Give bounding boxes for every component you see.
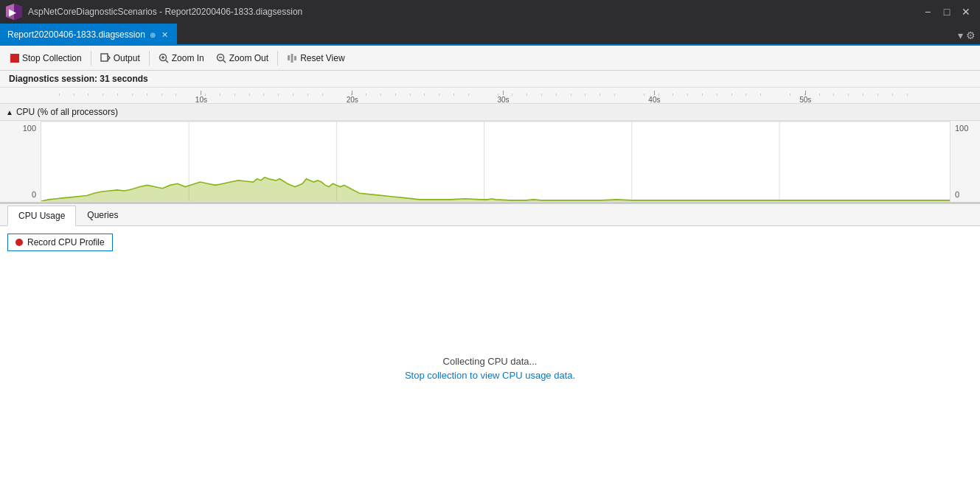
ruler-tick-20s: 20s [347, 91, 358, 104]
tab-cpu-usage-label: CPU Usage [18, 211, 65, 221]
zoom-out-label: Zoom Out [229, 53, 268, 63]
ruler-minor-tick [848, 94, 849, 96]
ruler-tick-line [352, 91, 352, 95]
stop-collection-link[interactable]: Stop collection to view CPU usage data. [405, 370, 575, 381]
collecting-text: Collecting CPU data... [443, 356, 538, 367]
tab-close-icon[interactable]: ✕ [160, 30, 170, 40]
svg-rect-15 [294, 56, 296, 60]
ruler-minor-tick [498, 94, 498, 96]
ruler-tick-40s: 40s [648, 91, 660, 104]
record-dot-icon [15, 239, 23, 246]
ruler-minor-tick [395, 94, 396, 96]
cpu-chart-svg [41, 122, 950, 201]
ruler-minor-tick [892, 94, 893, 96]
settings-button[interactable]: ⚙ [966, 29, 976, 41]
vs-logo-icon: ▶ [6, 4, 22, 20]
ruler-minor-tick [585, 94, 585, 96]
reset-view-button[interactable]: Reset View [282, 51, 349, 66]
ruler-minor-tick [439, 94, 439, 96]
stop-collection-button[interactable]: Stop Collection [6, 51, 86, 66]
ruler-minor-tick [687, 94, 688, 96]
ruler-minor-tick [117, 94, 118, 96]
ruler-minor-tick [527, 94, 527, 96]
svg-rect-14 [291, 54, 293, 63]
ruler-minor-tick [176, 94, 176, 96]
ruler-minor-tick [263, 94, 264, 96]
bottom-panel: CPU Usage Queries Record CPU Profile Col… [0, 203, 980, 484]
tab-dropdown-button[interactable]: ▾ [958, 29, 963, 41]
zoom-out-button[interactable]: Zoom Out [212, 51, 273, 66]
ruler-tick-label: 30s [498, 96, 510, 104]
ruler-minor-tick [249, 94, 250, 96]
ruler-tick-line [654, 91, 655, 95]
chart-y-axis-left: 100 0 [0, 121, 41, 202]
chart-canvas[interactable] [41, 121, 951, 202]
ruler-minor-tick [102, 94, 103, 96]
chart-y-axis-right: 100 0 [951, 121, 980, 202]
ruler-tick-label: 50s [799, 96, 811, 104]
minimize-button[interactable]: − [920, 4, 936, 20]
ruler-minor-tick [644, 94, 644, 96]
tabs-row: CPU Usage Queries [0, 204, 980, 226]
ruler-minor-tick [673, 94, 673, 96]
chart-section: ▲ CPU (% of all processors) 100 0 [0, 104, 980, 203]
chart-collapse-icon[interactable]: ▲ [6, 108, 13, 116]
ruler-minor-tick [541, 94, 542, 96]
ruler-minor-tick [907, 94, 908, 96]
ruler-minor-tick [819, 94, 820, 96]
y-axis-bottom-right: 0 [955, 190, 977, 199]
output-label: Output [114, 53, 140, 63]
center-message: Collecting CPU data... Stop collection t… [7, 260, 973, 477]
ruler-minor-tick [717, 94, 717, 96]
zoom-in-label: Zoom In [172, 53, 204, 63]
ruler-tick-10s: 10s [195, 91, 207, 104]
stop-icon [10, 54, 19, 63]
ruler-minor-tick [410, 94, 411, 96]
ruler-minor-tick [205, 94, 206, 96]
tab-bar: Report20200406-1833.diagsession ⊕ ✕ ▾ ⚙ [0, 24, 980, 46]
main-tab[interactable]: Report20200406-1833.diagsession ⊕ ✕ [0, 24, 177, 44]
y-axis-top-left: 100 [23, 124, 36, 133]
ruler-tick-line [201, 91, 201, 95]
ruler-minor-tick [878, 94, 878, 96]
ruler-minor-tick [600, 94, 600, 96]
tab-queries[interactable]: Queries [76, 205, 129, 225]
record-btn-wrap: Record CPU Profile [7, 234, 973, 251]
tab-cpu-usage[interactable]: CPU Usage [7, 206, 76, 226]
toolbar-separator-1 [91, 51, 91, 66]
restore-button[interactable]: □ [939, 4, 955, 20]
output-button[interactable]: Output [96, 51, 145, 66]
window-controls: − □ ✕ [920, 4, 974, 20]
ruler-tick-label: 10s [195, 96, 207, 104]
ruler-minor-tick [74, 94, 74, 96]
ruler-minor-tick [322, 94, 323, 96]
tab-pin-icon[interactable]: ⊕ [150, 31, 156, 39]
ruler-minor-tick [278, 94, 279, 96]
time-ruler-inner: 10s20s30s40s50s [44, 88, 951, 103]
ruler-minor-tick [760, 94, 761, 96]
ruler-minor-tick [512, 94, 512, 96]
tab-label: Report20200406-1833.diagsession [7, 29, 145, 40]
y-axis-bottom-left: 0 [32, 190, 36, 199]
toolbar-separator-3 [277, 51, 278, 66]
output-icon [100, 53, 111, 63]
session-info: Diagnostics session: 31 seconds [0, 71, 980, 88]
ruler-minor-tick [59, 94, 60, 96]
ruler-tick-line [805, 91, 806, 95]
ruler-minor-tick [424, 94, 425, 96]
reset-view-label: Reset View [300, 53, 344, 63]
record-cpu-profile-button[interactable]: Record CPU Profile [7, 234, 113, 251]
time-ruler: 10s20s30s40s50s [0, 88, 980, 104]
close-button[interactable]: ✕ [958, 4, 974, 20]
ruler-minor-tick [220, 94, 220, 96]
ruler-minor-tick [702, 94, 703, 96]
zoom-in-button[interactable]: Zoom In [154, 51, 209, 66]
chart-body: 100 0 100 0 [0, 121, 980, 202]
ruler-minor-tick [833, 94, 834, 96]
svg-text:▶: ▶ [9, 7, 16, 18]
toolbar: Stop Collection Output Zoom In [0, 46, 980, 71]
ruler-minor-tick [147, 94, 147, 96]
ruler-minor-tick [468, 94, 469, 96]
ruler-minor-tick [293, 94, 293, 96]
ruler-tick-30s: 30s [498, 91, 510, 104]
